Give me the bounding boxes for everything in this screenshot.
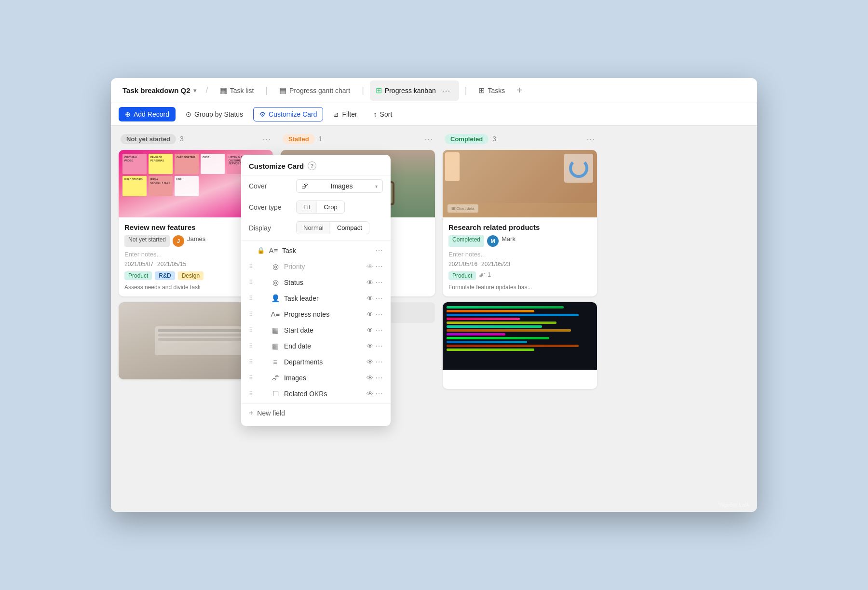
field-row-priority[interactable]: ⠿ ◎ Priority 👁 ⋯ — [241, 258, 391, 274]
start-date-more-icon[interactable]: ⋯ — [375, 325, 383, 335]
cover-select[interactable]: 🖇 Images ▾ — [296, 179, 383, 193]
window-title[interactable]: Task breakdown Q2 ▾ — [119, 86, 200, 94]
eye-related-okrs-icon[interactable]: 👁 — [366, 390, 373, 398]
eye-images-icon[interactable]: 👁 — [366, 374, 373, 382]
card-dates-4: 2021/05/16 2021/05/23 — [448, 261, 591, 268]
sticky-note-1: CULTURAL PROBE — [122, 154, 147, 174]
field-actions-priority: 👁 ⋯ — [366, 262, 383, 271]
customize-card-panel: Customize Card ? Cover 🖇 Images ▾ Cover … — [241, 155, 391, 426]
col-badge-stalled: Stalled — [283, 134, 315, 144]
field-row-related-okrs[interactable]: ⠿ ☐ Related OKRs 👁 ⋯ — [241, 386, 391, 402]
col-header-stalled: Stalled 1 ⋯ — [281, 134, 435, 144]
field-row-departments[interactable]: ⠿ ≡ Departments 👁 ⋯ — [241, 354, 391, 370]
eye-hidden-icon[interactable]: 👁 — [366, 263, 373, 270]
sticky-note-7: RUN A USABILITY TEST — [149, 176, 173, 196]
assignee-name-4: Mark — [502, 235, 515, 247]
departments-more-icon[interactable]: ⋯ — [375, 357, 383, 366]
tab-tasks[interactable]: ⊞ Tasks — [473, 83, 511, 98]
card-research-products[interactable]: ▦ Chart data Research related products C… — [443, 150, 597, 296]
drag-handle-departments: ⠿ — [249, 359, 253, 365]
display-compact-btn[interactable]: Compact — [330, 222, 369, 234]
filter-button[interactable]: ⊿ Filter — [327, 107, 363, 121]
group-by-button[interactable]: ⊙ Group by Status — [179, 107, 249, 121]
field-name-departments: Departments — [284, 358, 363, 366]
cover-crop-btn[interactable]: Crop — [317, 201, 344, 213]
field-row-status[interactable]: ⠿ ◎ Status 👁 ⋯ — [241, 274, 391, 290]
eye-start-date-icon[interactable]: 👁 — [366, 326, 373, 334]
sort-button[interactable]: ↕ Sort — [367, 107, 399, 121]
add-record-button[interactable]: ⊕ Add Record — [119, 107, 176, 121]
sticky-note-8: UNP... — [175, 176, 199, 196]
eye-end-date-icon[interactable]: 👁 — [366, 342, 373, 350]
tasks-icon: ⊞ — [478, 86, 485, 95]
status-field-icon: ◎ — [271, 278, 280, 287]
help-icon[interactable]: ? — [308, 161, 316, 170]
customize-card-button[interactable]: ⚙ Customize Card — [253, 107, 323, 121]
card-footer-4: Formulate feature updates bas... — [448, 284, 591, 291]
field-row-task[interactable]: ⠿ 🔒 A≡ Task ⋯ — [241, 242, 391, 258]
eye-task-leader-icon[interactable]: 👁 — [366, 295, 373, 302]
eye-progress-notes-icon[interactable]: 👁 — [366, 310, 373, 318]
task-leader-icon: 👤 — [271, 294, 280, 303]
progress-notes-icon: A≡ — [271, 310, 280, 318]
display-normal-btn[interactable]: Normal — [297, 222, 330, 234]
eye-status-icon[interactable]: 👁 — [366, 279, 373, 286]
tab-divider-4: | — [465, 85, 467, 95]
task-more-icon[interactable]: ⋯ — [375, 246, 383, 255]
watermark: *Nguồn: Lark — [718, 502, 749, 508]
col-more-completed[interactable]: ⋯ — [586, 134, 595, 144]
end-date-more-icon[interactable]: ⋯ — [375, 341, 383, 350]
plus-new-field-icon: + — [249, 409, 253, 417]
field-name-start-date: Start date — [284, 326, 363, 334]
new-field-row[interactable]: + New field — [241, 403, 391, 422]
field-row-task-leader[interactable]: ⠿ 👤 Task leader 👁 ⋯ — [241, 290, 391, 306]
field-actions-related-okrs: 👁 ⋯ — [366, 389, 383, 398]
task-leader-more-icon[interactable]: ⋯ — [375, 294, 383, 303]
col-badge-completed: Completed — [445, 134, 488, 144]
card-code-partial[interactable] — [443, 302, 597, 389]
sort-icon: ↕ — [374, 110, 377, 118]
tag-design-1: Design — [178, 271, 203, 280]
cover-type-group: Fit Crop — [296, 201, 345, 214]
card-image-code — [443, 302, 597, 370]
tab-kanban[interactable]: ⊞ Progress kanban ⋯ — [370, 80, 459, 101]
tab-more-icon[interactable]: ⋯ — [439, 83, 453, 98]
cover-fit-btn[interactable]: Fit — [297, 201, 317, 213]
drag-handle-task-leader: ⠿ — [249, 295, 253, 302]
tab-gantt[interactable]: ▤ Progress gantt chart — [273, 83, 356, 98]
drag-handle-status: ⠿ — [249, 279, 253, 286]
tag-rnd-1: R&D — [155, 271, 175, 280]
field-actions-progress-notes: 👁 ⋯ — [366, 309, 383, 319]
status-tag-not-started: Not yet started — [124, 235, 170, 247]
priority-field-icon: ◎ — [271, 262, 280, 271]
related-okrs-more-icon[interactable]: ⋯ — [375, 389, 383, 398]
priority-more-icon[interactable]: ⋯ — [375, 262, 383, 271]
attach-icon-4: 🖇 — [479, 271, 485, 280]
sticky-note-6: FIELD STUDIES — [122, 176, 147, 196]
status-more-icon[interactable]: ⋯ — [375, 278, 383, 287]
field-name-priority: Priority — [284, 263, 363, 270]
chevron-down-icon: ▾ — [375, 184, 378, 189]
field-row-end-date[interactable]: ⠿ ▦ End date 👁 ⋯ — [241, 338, 391, 354]
end-date-icon: ▦ — [271, 342, 280, 350]
col-more-stalled[interactable]: ⋯ — [424, 134, 433, 144]
col-header-not-yet-started: Not yet started 3 ⋯ — [119, 134, 273, 144]
cover-type-label: Cover type — [249, 203, 292, 211]
tab-task-list[interactable]: ▦ Task list — [214, 83, 260, 98]
display-label: Display — [249, 224, 292, 232]
tag-product-4: Product — [448, 271, 476, 280]
images-more-icon[interactable]: ⋯ — [375, 373, 383, 382]
plus-icon: ⊕ — [125, 110, 131, 118]
field-row-progress-notes[interactable]: ⠿ A≡ Progress notes 👁 ⋯ — [241, 306, 391, 322]
field-row-start-date[interactable]: ⠿ ▦ Start date 👁 ⋯ — [241, 322, 391, 338]
eye-departments-icon[interactable]: 👁 — [366, 358, 373, 366]
sticky-note-2: DEVELOP PERSONAS — [149, 154, 173, 174]
field-row-images[interactable]: ⠿ 🖇 Images 👁 ⋯ — [241, 370, 391, 386]
progress-notes-more-icon[interactable]: ⋯ — [375, 309, 383, 319]
col-more-not-yet-started[interactable]: ⋯ — [262, 134, 271, 144]
field-actions-end-date: 👁 ⋯ — [366, 341, 383, 350]
card-status-tags-4: Completed M Mark — [448, 235, 591, 247]
add-tab-button[interactable]: + — [513, 83, 526, 98]
related-okrs-icon: ☐ — [271, 389, 280, 398]
kanban-icon: ⊞ — [376, 86, 382, 95]
